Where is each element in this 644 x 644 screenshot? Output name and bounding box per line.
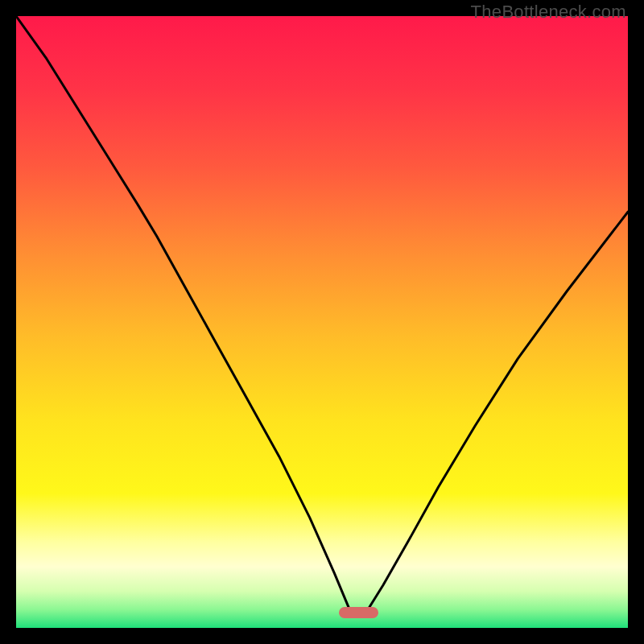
watermark-text: TheBottleneck.com <box>471 2 626 23</box>
chart-frame: TheBottleneck.com <box>0 0 644 644</box>
plot-area <box>16 16 628 628</box>
optimal-marker <box>339 607 378 618</box>
bottleneck-curve <box>16 16 628 628</box>
